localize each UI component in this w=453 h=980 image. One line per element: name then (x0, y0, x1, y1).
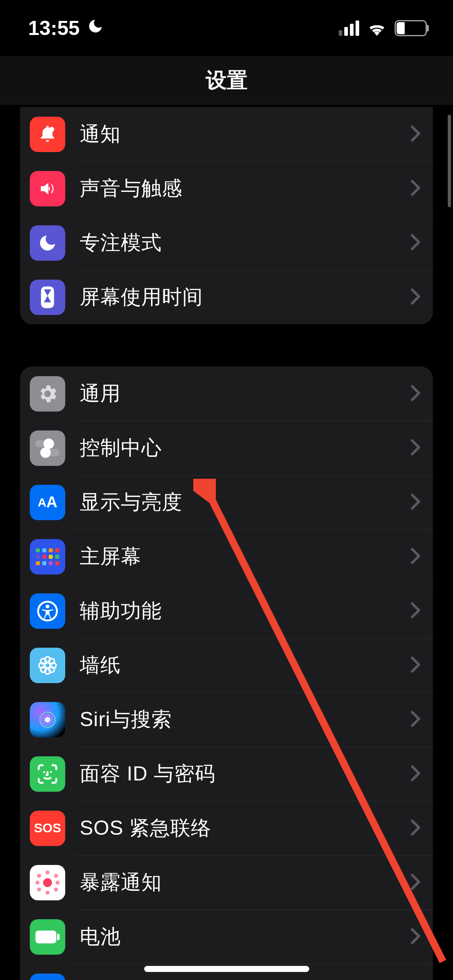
row-exposure-notifications[interactable]: 暴露通知 (20, 855, 433, 910)
chevron-right-icon (410, 288, 421, 307)
row-sos[interactable]: SOS SOS 紧急联络 (20, 801, 433, 855)
row-label: 暴露通知 (80, 869, 410, 896)
flower-icon (30, 648, 65, 683)
faceid-icon (30, 756, 65, 792)
row-label: SOS 紧急联络 (80, 815, 410, 842)
row-label: 控制中心 (80, 434, 410, 461)
battery-percent: 27 (405, 22, 417, 35)
svg-point-0 (49, 127, 54, 132)
row-focus[interactable]: 专注模式 (20, 216, 433, 270)
aa-icon: AA (30, 485, 65, 520)
chevron-right-icon (410, 710, 421, 729)
chevron-right-icon (410, 234, 421, 252)
row-accessibility[interactable]: 辅助功能 (20, 584, 433, 638)
nav-bar: 设置 (0, 56, 453, 105)
bell-icon (30, 117, 65, 152)
settings-content: 通知 声音与触感 专注模式 屏幕使用时间 (0, 107, 453, 980)
battery-indicator: 27 (395, 20, 429, 36)
siri-icon (30, 702, 65, 737)
page-title: 设置 (206, 66, 248, 95)
svg-rect-18 (35, 931, 56, 943)
hand-icon (30, 974, 65, 980)
row-display-brightness[interactable]: AA 显示与亮度 (20, 475, 433, 529)
chevron-right-icon (410, 928, 421, 946)
speaker-icon (30, 171, 65, 206)
scroll-indicator[interactable] (448, 115, 451, 207)
row-home-screen[interactable]: 主屏幕 (20, 529, 433, 584)
chevron-right-icon (410, 873, 421, 892)
row-label: 专注模式 (80, 229, 410, 256)
row-siri-search[interactable]: Siri与搜索 (20, 692, 433, 747)
row-label: 通用 (80, 380, 410, 407)
hourglass-icon (30, 280, 65, 315)
apps-grid-icon (30, 539, 65, 574)
chevron-right-icon (410, 179, 421, 198)
row-label: 电池 (80, 923, 410, 950)
chevron-right-icon (410, 765, 421, 783)
status-time: 13:55 (28, 16, 80, 40)
row-label: Siri与搜索 (80, 706, 410, 733)
wifi-icon (366, 20, 387, 36)
settings-group-general: 通用 控制中心 AA 显示与亮度 主屏幕 辅助功能 (20, 366, 433, 980)
sos-icon: SOS (30, 811, 65, 846)
chevron-right-icon (410, 819, 421, 838)
moon-icon (30, 225, 65, 261)
row-label: 显示与亮度 (80, 489, 410, 516)
status-left: 13:55 (28, 16, 104, 40)
svg-point-17 (50, 771, 52, 773)
gear-icon (30, 376, 65, 412)
row-label: 墙纸 (80, 652, 410, 679)
svg-point-16 (43, 771, 45, 773)
row-general[interactable]: 通用 (20, 366, 433, 421)
switches-icon (30, 430, 65, 466)
row-wallpaper[interactable]: 墙纸 (20, 638, 433, 692)
row-label: 辅助功能 (80, 597, 410, 624)
row-control-center[interactable]: 控制中心 (20, 421, 433, 475)
dnd-moon-icon (87, 18, 104, 39)
row-notifications[interactable]: 通知 (20, 107, 433, 161)
battery-icon (30, 919, 65, 955)
svg-point-15 (45, 717, 50, 723)
home-indicator[interactable] (144, 966, 309, 972)
exposure-icon (30, 865, 65, 900)
chevron-right-icon (410, 602, 421, 620)
row-label: 通知 (80, 121, 410, 148)
row-label: 声音与触感 (80, 175, 410, 202)
chevron-right-icon (410, 493, 421, 512)
svg-point-3 (46, 604, 49, 608)
status-bar: 13:55 27 (0, 0, 453, 56)
row-label: 屏幕使用时间 (80, 284, 410, 311)
row-label: 隐私与安全性 (80, 978, 410, 980)
chevron-right-icon (410, 125, 421, 144)
accessibility-icon (30, 593, 65, 629)
row-battery[interactable]: 电池 (20, 910, 433, 964)
settings-group-notifications: 通知 声音与触感 专注模式 屏幕使用时间 (20, 107, 433, 324)
chevron-right-icon (410, 385, 421, 403)
status-right: 27 (339, 20, 429, 36)
row-label: 主屏幕 (80, 543, 410, 570)
chevron-right-icon (410, 439, 421, 457)
row-screen-time[interactable]: 屏幕使用时间 (20, 270, 433, 324)
cellular-signal-icon (339, 21, 359, 36)
svg-rect-19 (57, 934, 60, 940)
row-faceid-passcode[interactable]: 面容 ID 与密码 (20, 747, 433, 801)
row-label: 面容 ID 与密码 (80, 760, 410, 787)
row-sounds-haptics[interactable]: 声音与触感 (20, 161, 433, 216)
chevron-right-icon (410, 548, 421, 566)
chevron-right-icon (410, 656, 421, 675)
